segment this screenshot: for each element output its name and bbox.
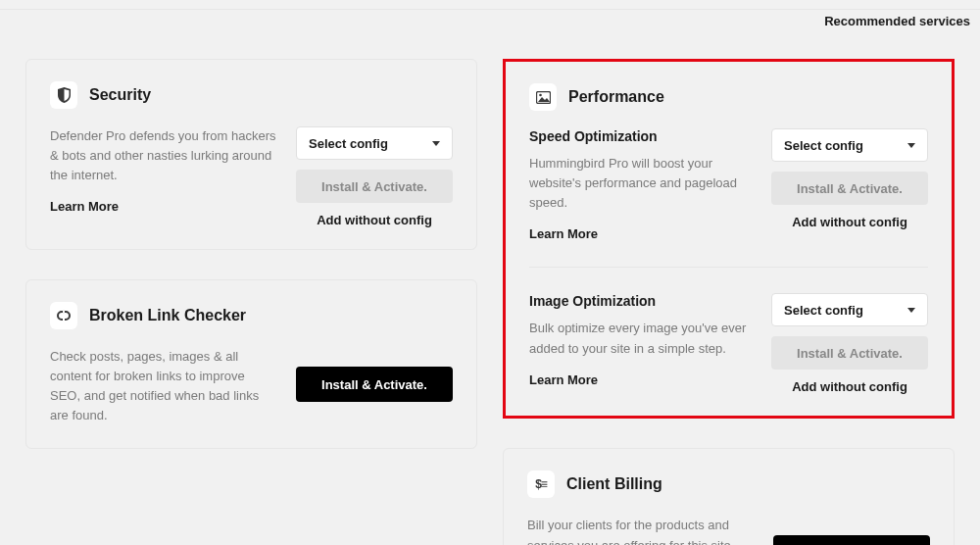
image-optimization-title: Image Optimization [529, 293, 754, 309]
shield-icon [50, 81, 77, 109]
security-desc: Defender Pro defends you from hackers & … [50, 126, 278, 185]
card-title-performance: Performance [568, 88, 664, 106]
chevron-down-icon [907, 308, 915, 313]
image-learn-more[interactable]: Learn More [529, 372, 754, 387]
security-learn-more[interactable]: Learn More [50, 199, 278, 214]
billing-activate-button[interactable]: Activate [773, 535, 930, 545]
security-install-activate-button[interactable]: Install & Activate. [296, 170, 453, 203]
chevron-down-icon [907, 143, 915, 148]
image-install-activate-button[interactable]: Install & Activate. [771, 336, 928, 370]
speed-install-activate-button[interactable]: Install & Activate. [771, 172, 928, 205]
billing-icon: $≡ [527, 471, 555, 498]
image-optimization-desc: Bulk optimize every image you've ever ad… [529, 319, 754, 358]
chevron-down-icon [432, 141, 440, 146]
speed-learn-more[interactable]: Learn More [529, 226, 754, 241]
recommended-services-label: Recommended services [824, 14, 970, 28]
speed-add-without-config[interactable]: Add without config [771, 215, 928, 229]
blc-install-activate-button[interactable]: Install & Activate. [296, 367, 453, 402]
billing-desc: Bill your clients for the products and s… [527, 516, 756, 545]
svg-point-2 [539, 93, 542, 96]
select-config-label: Select config [784, 303, 863, 318]
speed-optimization-desc: Hummingbird Pro will boost your website'… [529, 154, 754, 213]
speed-select-config[interactable]: Select config [771, 128, 928, 162]
card-broken-link-checker: Broken Link Checker Check posts, pages, … [25, 279, 477, 449]
broken-link-icon [50, 302, 77, 329]
svg-rect-0 [63, 310, 65, 314]
card-title-blc: Broken Link Checker [89, 307, 246, 324]
select-config-label: Select config [309, 136, 388, 151]
card-client-billing: $≡ Client Billing Bill your clients for … [503, 448, 955, 545]
card-security: Security Defender Pro defends you from h… [25, 59, 477, 250]
card-performance: Performance Speed Optimization Hummingbi… [503, 59, 955, 419]
security-add-without-config[interactable]: Add without config [296, 213, 453, 227]
speed-optimization-title: Speed Optimization [529, 128, 754, 144]
card-title-security: Security [89, 86, 151, 104]
image-icon [529, 83, 557, 111]
security-select-config[interactable]: Select config [296, 126, 453, 160]
image-select-config[interactable]: Select config [771, 293, 928, 326]
blc-desc: Check posts, pages, images & all content… [50, 347, 278, 426]
card-title-billing: Client Billing [566, 475, 662, 493]
select-config-label: Select config [784, 138, 863, 153]
image-add-without-config[interactable]: Add without config [771, 379, 928, 394]
